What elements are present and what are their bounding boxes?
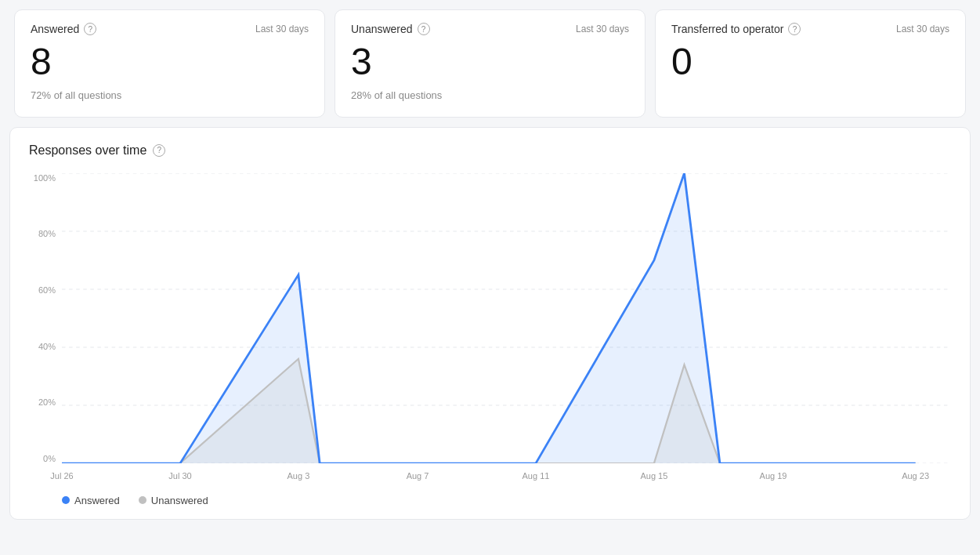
card-header: Transferred to operator ? Last 30 days — [671, 23, 949, 35]
y-axis-label: 60% — [29, 285, 62, 295]
card-sub-unanswered: 28% of all questions — [351, 89, 629, 101]
card-transferred: Transferred to operator ? Last 30 days 0 — [655, 9, 966, 118]
x-axis-label: Aug 11 — [523, 471, 550, 481]
card-period-unanswered: Last 30 days — [576, 24, 629, 34]
y-axis-label: 80% — [29, 229, 62, 238]
legend-label: Unanswered — [151, 495, 208, 506]
card-header: Answered ? Last 30 days — [31, 23, 309, 35]
card-tooltip-icon-unanswered[interactable]: ? — [418, 23, 430, 35]
card-header: Unanswered ? Last 30 days — [351, 23, 629, 35]
stats-cards: Answered ? Last 30 days 8 72% of all que… — [0, 0, 980, 127]
card-title-row: Transferred to operator ? — [671, 23, 801, 35]
x-axis-label: Jul 30 — [168, 471, 191, 481]
legend-item: Unanswered — [139, 495, 208, 506]
card-tooltip-icon-transferred[interactable]: ? — [788, 23, 801, 35]
chart-area: 100%80%60%40%20%0% Jul 26Jul 30Aug 3 — [29, 173, 951, 487]
card-title-unanswered: Unanswered — [351, 23, 413, 35]
card-sub-answered: 72% of all questions — [31, 89, 309, 101]
card-value-unanswered: 3 — [351, 42, 629, 83]
x-axis-label: Aug 7 — [407, 471, 429, 481]
card-title-row: Unanswered ? — [351, 23, 430, 35]
legend-dot — [139, 496, 146, 504]
x-axis: Jul 26Jul 30Aug 3Aug 7Aug 11Aug 15Aug 19… — [62, 465, 951, 487]
chart-legend: Answered Unanswered — [29, 495, 951, 506]
card-unanswered: Unanswered ? Last 30 days 3 28% of all q… — [335, 9, 645, 118]
card-title-answered: Answered — [31, 23, 79, 35]
card-period-answered: Last 30 days — [255, 24, 309, 34]
legend-item: Answered — [62, 495, 120, 506]
chart-inner — [62, 173, 951, 463]
x-axis-label: Aug 23 — [902, 471, 929, 481]
card-title-row: Answered ? — [31, 23, 96, 35]
card-value-answered: 8 — [31, 42, 309, 83]
y-axis-label: 40% — [29, 342, 62, 351]
y-axis-label: 20% — [29, 397, 62, 407]
x-axis-label: Aug 19 — [760, 471, 787, 481]
chart-tooltip-icon[interactable]: ? — [153, 144, 165, 157]
x-axis-label: Aug 15 — [640, 471, 667, 481]
chart-title: Responses over time — [29, 143, 146, 158]
legend-label: Answered — [74, 495, 120, 506]
card-title-transferred: Transferred to operator — [671, 23, 783, 35]
chart-section: Responses over time ? 100%80%60%40%20%0% — [9, 127, 971, 520]
chart-header: Responses over time ? — [29, 143, 951, 158]
y-axis: 100%80%60%40%20%0% — [29, 173, 62, 463]
x-axis-label: Aug 3 — [287, 471, 310, 481]
y-axis-label: 100% — [29, 173, 62, 183]
svg-marker-6 — [62, 173, 916, 463]
card-period-transferred: Last 30 days — [896, 24, 949, 34]
x-axis-label: Jul 26 — [50, 471, 73, 481]
legend-dot — [62, 496, 70, 504]
card-answered: Answered ? Last 30 days 8 72% of all que… — [14, 9, 325, 118]
card-value-transferred: 0 — [671, 42, 949, 83]
y-axis-label: 0% — [29, 454, 62, 463]
card-tooltip-icon-answered[interactable]: ? — [84, 23, 96, 35]
